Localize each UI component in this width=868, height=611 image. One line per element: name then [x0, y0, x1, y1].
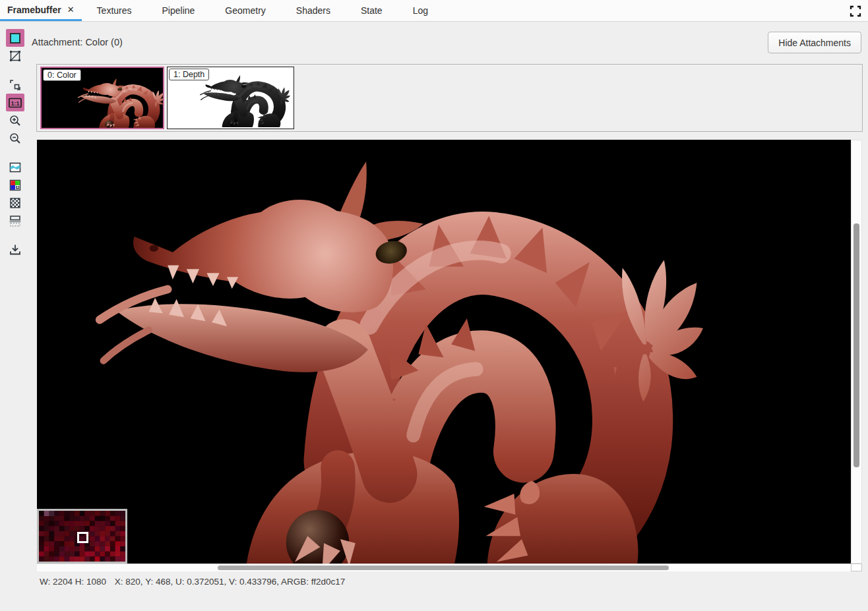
- flip-vertical-icon[interactable]: [6, 212, 24, 229]
- horizontal-scrollbar-thumb[interactable]: [218, 566, 669, 570]
- horizontal-scrollbar[interactable]: [37, 564, 851, 571]
- pixel-info-text: X: 820, Y: 468, U: 0.372051, V: 0.433796…: [115, 577, 346, 587]
- tab-label: Framebuffer: [7, 5, 61, 15]
- attachment-label: Attachment: Color (0): [32, 37, 123, 47]
- framebuffer-viewport[interactable]: [37, 140, 851, 564]
- viewer-toolbar: 1:1 A: [4, 29, 26, 258]
- svg-text:1:1: 1:1: [11, 100, 19, 106]
- zoom-out-icon[interactable]: [6, 129, 24, 147]
- overlay-square-icon[interactable]: [6, 29, 24, 47]
- attachment-thumb-depth[interactable]: 1: Depth: [167, 67, 294, 129]
- vertical-scrollbar[interactable]: [851, 140, 862, 564]
- image-preview-icon[interactable]: [6, 158, 24, 176]
- depth-attachment-preview: [197, 74, 290, 127]
- wireframe-square-icon[interactable]: [6, 47, 24, 65]
- scrollbar-corner: [851, 564, 862, 571]
- rgba-channels-icon[interactable]: A: [6, 176, 24, 194]
- hide-attachments-button[interactable]: Hide Attachments: [768, 32, 861, 53]
- image-size-text: W: 2204 H: 1080: [40, 577, 106, 587]
- tab-state[interactable]: State: [346, 0, 398, 21]
- attachment-badge: 1: Depth: [169, 69, 209, 80]
- attachments-panel: 0: Color 1: Depth: [36, 64, 863, 132]
- tab-framebuffer[interactable]: Framebuffer ✕: [0, 0, 82, 21]
- vertical-scrollbar-thumb[interactable]: [853, 223, 859, 467]
- zoom-in-icon[interactable]: [6, 111, 24, 129]
- tab-geometry[interactable]: Geometry: [210, 0, 280, 21]
- tab-shaders[interactable]: Shaders: [281, 0, 346, 21]
- save-image-icon[interactable]: [6, 241, 24, 258]
- attachment-thumb-color[interactable]: 0: Color: [40, 67, 164, 129]
- tab-log[interactable]: Log: [398, 0, 443, 21]
- minimap-canvas: [39, 511, 125, 562]
- attachment-badge: 0: Color: [43, 69, 81, 81]
- tab-bar: Framebuffer ✕ Textures Pipeline Geometry…: [0, 0, 868, 22]
- status-bar: W: 2204 H: 1080 X: 820, Y: 468, U: 0.372…: [40, 577, 345, 587]
- tab-pipeline[interactable]: Pipeline: [147, 0, 210, 21]
- fullscreen-icon[interactable]: [849, 5, 862, 18]
- rendered-dragon-image: [73, 156, 703, 564]
- pixel-zoom-minimap[interactable]: [37, 509, 127, 564]
- tab-textures[interactable]: Textures: [82, 0, 147, 21]
- fit-to-window-icon[interactable]: [6, 76, 24, 94]
- close-tab-icon[interactable]: ✕: [67, 5, 75, 14]
- one-to-one-icon[interactable]: 1:1: [6, 94, 24, 111]
- checkerboard-icon[interactable]: [6, 194, 24, 212]
- color-attachment-preview: [75, 78, 164, 129]
